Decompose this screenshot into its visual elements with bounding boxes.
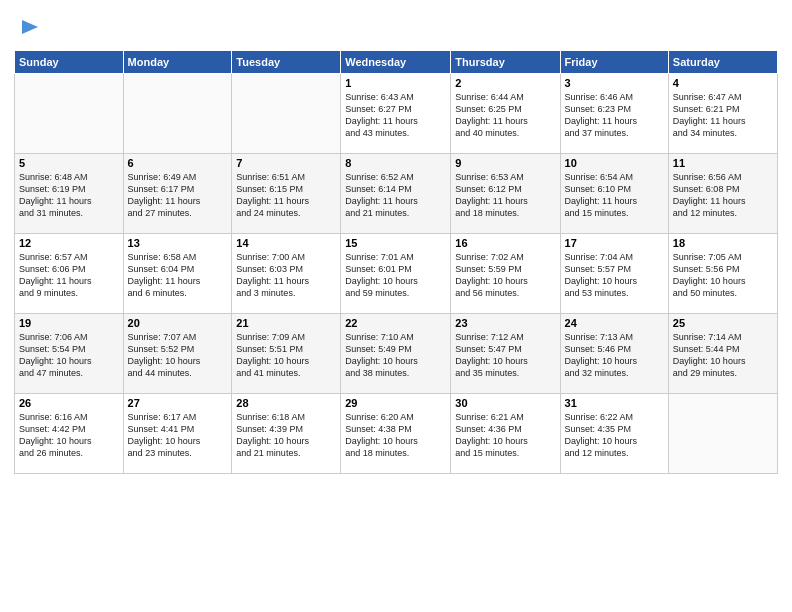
day-info: Sunrise: 6:48 AM Sunset: 6:19 PM Dayligh… [19, 171, 119, 220]
day-info: Sunrise: 6:52 AM Sunset: 6:14 PM Dayligh… [345, 171, 446, 220]
logo [14, 10, 40, 42]
empty-cell [232, 74, 341, 154]
day-info: Sunrise: 6:17 AM Sunset: 4:41 PM Dayligh… [128, 411, 228, 460]
weekday-header-saturday: Saturday [668, 51, 777, 74]
day-number: 31 [565, 397, 664, 409]
day-cell-14: 14Sunrise: 7:00 AM Sunset: 6:03 PM Dayli… [232, 234, 341, 314]
day-number: 13 [128, 237, 228, 249]
day-info: Sunrise: 6:43 AM Sunset: 6:27 PM Dayligh… [345, 91, 446, 140]
day-cell-3: 3Sunrise: 6:46 AM Sunset: 6:23 PM Daylig… [560, 74, 668, 154]
day-number: 9 [455, 157, 555, 169]
day-info: Sunrise: 7:06 AM Sunset: 5:54 PM Dayligh… [19, 331, 119, 380]
day-number: 30 [455, 397, 555, 409]
day-number: 21 [236, 317, 336, 329]
day-info: Sunrise: 6:44 AM Sunset: 6:25 PM Dayligh… [455, 91, 555, 140]
week-row-2: 5Sunrise: 6:48 AM Sunset: 6:19 PM Daylig… [15, 154, 778, 234]
day-info: Sunrise: 6:58 AM Sunset: 6:04 PM Dayligh… [128, 251, 228, 300]
logo-arrow-icon [18, 16, 40, 38]
day-number: 6 [128, 157, 228, 169]
day-number: 1 [345, 77, 446, 89]
week-row-5: 26Sunrise: 6:16 AM Sunset: 4:42 PM Dayli… [15, 394, 778, 474]
day-number: 27 [128, 397, 228, 409]
day-cell-9: 9Sunrise: 6:53 AM Sunset: 6:12 PM Daylig… [451, 154, 560, 234]
empty-cell [123, 74, 232, 154]
day-cell-29: 29Sunrise: 6:20 AM Sunset: 4:38 PM Dayli… [341, 394, 451, 474]
day-cell-2: 2Sunrise: 6:44 AM Sunset: 6:25 PM Daylig… [451, 74, 560, 154]
day-info: Sunrise: 7:14 AM Sunset: 5:44 PM Dayligh… [673, 331, 773, 380]
day-number: 22 [345, 317, 446, 329]
day-cell-17: 17Sunrise: 7:04 AM Sunset: 5:57 PM Dayli… [560, 234, 668, 314]
day-number: 2 [455, 77, 555, 89]
weekday-header-row: SundayMondayTuesdayWednesdayThursdayFrid… [15, 51, 778, 74]
day-info: Sunrise: 7:09 AM Sunset: 5:51 PM Dayligh… [236, 331, 336, 380]
day-info: Sunrise: 6:51 AM Sunset: 6:15 PM Dayligh… [236, 171, 336, 220]
day-info: Sunrise: 6:57 AM Sunset: 6:06 PM Dayligh… [19, 251, 119, 300]
day-cell-4: 4Sunrise: 6:47 AM Sunset: 6:21 PM Daylig… [668, 74, 777, 154]
day-number: 7 [236, 157, 336, 169]
day-number: 19 [19, 317, 119, 329]
day-cell-1: 1Sunrise: 6:43 AM Sunset: 6:27 PM Daylig… [341, 74, 451, 154]
day-number: 20 [128, 317, 228, 329]
day-info: Sunrise: 7:02 AM Sunset: 5:59 PM Dayligh… [455, 251, 555, 300]
day-info: Sunrise: 7:10 AM Sunset: 5:49 PM Dayligh… [345, 331, 446, 380]
day-number: 28 [236, 397, 336, 409]
empty-cell [668, 394, 777, 474]
day-number: 16 [455, 237, 555, 249]
weekday-header-tuesday: Tuesday [232, 51, 341, 74]
weekday-header-thursday: Thursday [451, 51, 560, 74]
day-info: Sunrise: 7:01 AM Sunset: 6:01 PM Dayligh… [345, 251, 446, 300]
day-number: 17 [565, 237, 664, 249]
day-cell-19: 19Sunrise: 7:06 AM Sunset: 5:54 PM Dayli… [15, 314, 124, 394]
day-number: 25 [673, 317, 773, 329]
day-cell-10: 10Sunrise: 6:54 AM Sunset: 6:10 PM Dayli… [560, 154, 668, 234]
day-cell-26: 26Sunrise: 6:16 AM Sunset: 4:42 PM Dayli… [15, 394, 124, 474]
day-info: Sunrise: 6:21 AM Sunset: 4:36 PM Dayligh… [455, 411, 555, 460]
day-info: Sunrise: 7:00 AM Sunset: 6:03 PM Dayligh… [236, 251, 336, 300]
day-cell-5: 5Sunrise: 6:48 AM Sunset: 6:19 PM Daylig… [15, 154, 124, 234]
week-row-3: 12Sunrise: 6:57 AM Sunset: 6:06 PM Dayli… [15, 234, 778, 314]
day-info: Sunrise: 6:18 AM Sunset: 4:39 PM Dayligh… [236, 411, 336, 460]
day-cell-18: 18Sunrise: 7:05 AM Sunset: 5:56 PM Dayli… [668, 234, 777, 314]
day-number: 11 [673, 157, 773, 169]
day-info: Sunrise: 6:56 AM Sunset: 6:08 PM Dayligh… [673, 171, 773, 220]
day-cell-16: 16Sunrise: 7:02 AM Sunset: 5:59 PM Dayli… [451, 234, 560, 314]
svg-marker-0 [22, 20, 38, 34]
day-info: Sunrise: 6:47 AM Sunset: 6:21 PM Dayligh… [673, 91, 773, 140]
day-number: 24 [565, 317, 664, 329]
calendar-page: SundayMondayTuesdayWednesdayThursdayFrid… [0, 0, 792, 612]
weekday-header-sunday: Sunday [15, 51, 124, 74]
day-info: Sunrise: 7:04 AM Sunset: 5:57 PM Dayligh… [565, 251, 664, 300]
day-info: Sunrise: 6:20 AM Sunset: 4:38 PM Dayligh… [345, 411, 446, 460]
day-cell-11: 11Sunrise: 6:56 AM Sunset: 6:08 PM Dayli… [668, 154, 777, 234]
weekday-header-wednesday: Wednesday [341, 51, 451, 74]
day-cell-6: 6Sunrise: 6:49 AM Sunset: 6:17 PM Daylig… [123, 154, 232, 234]
day-number: 14 [236, 237, 336, 249]
day-info: Sunrise: 6:16 AM Sunset: 4:42 PM Dayligh… [19, 411, 119, 460]
day-cell-12: 12Sunrise: 6:57 AM Sunset: 6:06 PM Dayli… [15, 234, 124, 314]
day-info: Sunrise: 6:53 AM Sunset: 6:12 PM Dayligh… [455, 171, 555, 220]
day-cell-20: 20Sunrise: 7:07 AM Sunset: 5:52 PM Dayli… [123, 314, 232, 394]
day-number: 8 [345, 157, 446, 169]
day-info: Sunrise: 7:13 AM Sunset: 5:46 PM Dayligh… [565, 331, 664, 380]
day-number: 4 [673, 77, 773, 89]
day-info: Sunrise: 7:12 AM Sunset: 5:47 PM Dayligh… [455, 331, 555, 380]
day-info: Sunrise: 6:49 AM Sunset: 6:17 PM Dayligh… [128, 171, 228, 220]
day-cell-25: 25Sunrise: 7:14 AM Sunset: 5:44 PM Dayli… [668, 314, 777, 394]
day-cell-15: 15Sunrise: 7:01 AM Sunset: 6:01 PM Dayli… [341, 234, 451, 314]
day-cell-30: 30Sunrise: 6:21 AM Sunset: 4:36 PM Dayli… [451, 394, 560, 474]
day-number: 3 [565, 77, 664, 89]
day-number: 5 [19, 157, 119, 169]
week-row-1: 1Sunrise: 6:43 AM Sunset: 6:27 PM Daylig… [15, 74, 778, 154]
day-number: 12 [19, 237, 119, 249]
day-number: 10 [565, 157, 664, 169]
week-row-4: 19Sunrise: 7:06 AM Sunset: 5:54 PM Dayli… [15, 314, 778, 394]
weekday-header-monday: Monday [123, 51, 232, 74]
day-cell-28: 28Sunrise: 6:18 AM Sunset: 4:39 PM Dayli… [232, 394, 341, 474]
day-cell-31: 31Sunrise: 6:22 AM Sunset: 4:35 PM Dayli… [560, 394, 668, 474]
day-info: Sunrise: 7:05 AM Sunset: 5:56 PM Dayligh… [673, 251, 773, 300]
day-info: Sunrise: 6:22 AM Sunset: 4:35 PM Dayligh… [565, 411, 664, 460]
day-cell-23: 23Sunrise: 7:12 AM Sunset: 5:47 PM Dayli… [451, 314, 560, 394]
calendar-table: SundayMondayTuesdayWednesdayThursdayFrid… [14, 50, 778, 474]
day-info: Sunrise: 7:07 AM Sunset: 5:52 PM Dayligh… [128, 331, 228, 380]
day-cell-7: 7Sunrise: 6:51 AM Sunset: 6:15 PM Daylig… [232, 154, 341, 234]
